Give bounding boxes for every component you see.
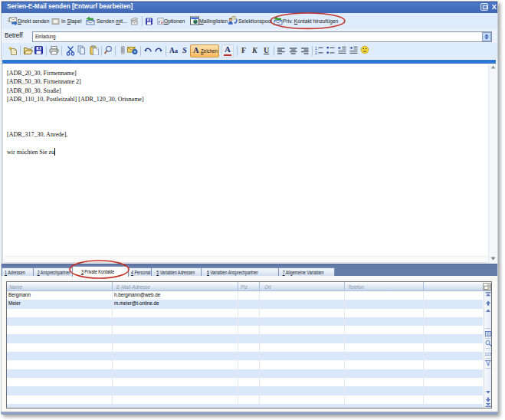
svg-text:1.: 1. — [315, 47, 318, 51]
svg-text:123: 123 — [485, 352, 492, 356]
svg-text:2.: 2. — [315, 51, 318, 55]
